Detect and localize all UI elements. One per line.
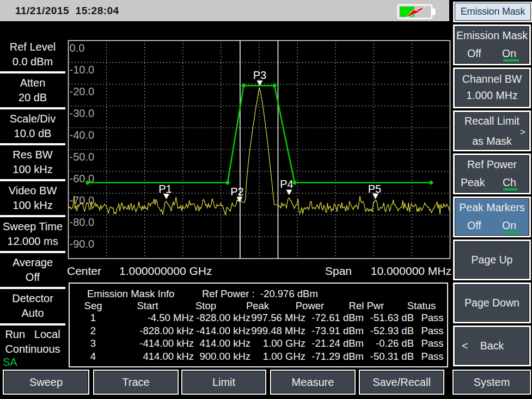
svg-text:-10.0: -10.0: [70, 64, 95, 76]
svg-text:-20.0: -20.0: [70, 85, 95, 97]
svg-text:P1: P1: [158, 183, 172, 195]
svg-text:0.0: 0.0: [70, 42, 85, 54]
svg-text:-30.0: -30.0: [70, 107, 95, 119]
svg-text:P4: P4: [280, 178, 293, 190]
svg-text:P5: P5: [368, 183, 381, 195]
svg-text:-90.0: -90.0: [70, 238, 95, 250]
svg-text:P2: P2: [230, 186, 243, 198]
svg-text:-40.0: -40.0: [70, 129, 95, 141]
svg-text:-50.0: -50.0: [70, 151, 95, 163]
svg-text:-80.0: -80.0: [70, 216, 95, 228]
svg-text:P3: P3: [253, 69, 266, 81]
